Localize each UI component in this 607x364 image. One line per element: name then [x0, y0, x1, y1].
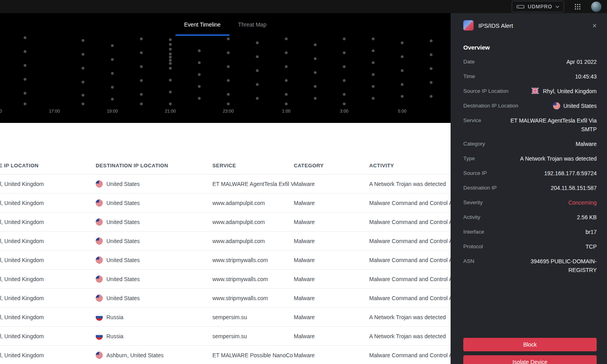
event-dot[interactable] [372, 61, 375, 64]
event-dot[interactable] [140, 52, 143, 54]
event-dot[interactable] [198, 97, 201, 100]
event-dot[interactable] [227, 52, 230, 54]
event-dot[interactable] [256, 42, 259, 44]
event-dot[interactable] [227, 103, 230, 105]
event-dot[interactable] [401, 42, 404, 44]
event-dot[interactable] [198, 73, 201, 76]
event-dot[interactable] [401, 69, 404, 72]
event-dot[interactable] [285, 52, 288, 54]
event-dot[interactable] [82, 39, 85, 42]
event-dot[interactable] [256, 83, 259, 86]
event-dot[interactable] [285, 65, 288, 68]
event-dot[interactable] [169, 67, 172, 70]
event-dot[interactable] [256, 69, 259, 72]
event-row[interactable]: Rhyl, United KingdomUnited Stateswww.str… [0, 251, 451, 270]
event-dot[interactable] [314, 71, 317, 74]
event-dot[interactable] [343, 38, 346, 40]
event-row[interactable]: Rhyl, United KingdomUnited Stateswww.str… [0, 270, 451, 289]
block-button[interactable]: Block [463, 338, 597, 351]
event-dot[interactable] [24, 50, 27, 53]
event-dot[interactable] [24, 78, 27, 81]
event-dot[interactable] [24, 64, 27, 67]
event-dot[interactable] [111, 44, 114, 47]
apps-grid-icon[interactable] [574, 4, 581, 10]
event-dot[interactable] [314, 97, 317, 100]
event-row[interactable]: Rhyl, United KingdomAshburn, United Stat… [0, 346, 451, 364]
event-dot[interactable] [430, 81, 433, 84]
event-dot[interactable] [140, 65, 143, 68]
event-dot[interactable] [198, 85, 201, 88]
event-dot[interactable] [314, 44, 317, 46]
console-selector[interactable]: UDMPRO [512, 1, 564, 12]
close-icon[interactable]: × [592, 22, 597, 29]
event-row[interactable]: Rhyl, United KingdomRussiasempersim.suMa… [0, 327, 451, 346]
event-dot[interactable] [256, 56, 259, 58]
event-dot[interactable] [169, 91, 172, 94]
event-dot[interactable] [372, 38, 375, 40]
event-dot[interactable] [430, 40, 433, 42]
event-dot[interactable] [285, 103, 288, 105]
tab-event-timeline[interactable]: Event Timeline [175, 13, 229, 36]
event-dot[interactable] [82, 81, 85, 84]
event-dot[interactable] [430, 95, 433, 98]
event-row[interactable]: Rhyl, United KingdomRussiasempersim.suMa… [0, 308, 451, 327]
event-dot[interactable] [227, 93, 230, 96]
event-dot[interactable] [169, 103, 172, 105]
event-dot[interactable] [82, 103, 85, 105]
event-dot[interactable] [401, 83, 404, 86]
event-row[interactable]: Rhyl, United KingdomUnited Stateswww.str… [0, 289, 451, 308]
event-dot[interactable] [169, 56, 172, 59]
event-dot[interactable] [169, 43, 172, 46]
event-dot[interactable] [430, 67, 433, 70]
event-dot[interactable] [227, 38, 230, 40]
event-row[interactable]: Rhyl, United KingdomUnited StatesET MALW… [0, 174, 451, 193]
event-dot[interactable] [169, 79, 172, 82]
event-dot[interactable] [285, 79, 288, 82]
event-dot[interactable] [140, 79, 143, 82]
event-dot[interactable] [140, 103, 143, 105]
event-dot[interactable] [343, 103, 346, 105]
event-dot[interactable] [24, 92, 27, 95]
tab-threat-map[interactable]: Threat Map [229, 13, 276, 36]
event-dot[interactable] [140, 93, 143, 96]
event-dot[interactable] [24, 36, 27, 39]
event-dot[interactable] [111, 72, 114, 75]
event-dot[interactable] [401, 56, 404, 58]
event-dot[interactable] [372, 73, 375, 76]
event-dot[interactable] [198, 50, 201, 52]
event-dot[interactable] [111, 86, 114, 89]
event-dot[interactable] [198, 61, 201, 64]
event-dot[interactable] [285, 93, 288, 96]
event-dot[interactable] [430, 54, 433, 56]
event-dot[interactable] [256, 97, 259, 100]
event-dot[interactable] [82, 67, 85, 70]
user-avatar[interactable] [591, 2, 601, 12]
event-dot[interactable] [111, 58, 114, 61]
event-dot[interactable] [169, 62, 172, 65]
event-dot[interactable] [401, 95, 404, 98]
event-dot[interactable] [227, 79, 230, 82]
event-dot[interactable] [111, 98, 114, 101]
event-row[interactable]: Rhyl, United KingdomUnited Stateswww.ada… [0, 213, 451, 232]
event-dot[interactable] [372, 97, 375, 100]
event-dot[interactable] [169, 38, 172, 41]
event-dot[interactable] [227, 65, 230, 68]
event-dot[interactable] [343, 93, 346, 96]
event-dot[interactable] [82, 94, 85, 97]
event-row[interactable]: Rhyl, United KingdomUnited Stateswww.ada… [0, 232, 451, 251]
event-dot[interactable] [372, 85, 375, 88]
event-dot[interactable] [140, 38, 143, 40]
event-dot[interactable] [169, 48, 172, 51]
event-dot[interactable] [169, 59, 172, 62]
isolate-device-button[interactable]: Isolate Device [463, 355, 597, 364]
event-dot[interactable] [343, 79, 346, 82]
event-dot[interactable] [343, 65, 346, 68]
event-dot[interactable] [285, 38, 288, 40]
event-dot[interactable] [169, 53, 172, 56]
event-row[interactable]: Rhyl, United KingdomUnited Stateswww.ada… [0, 193, 451, 213]
event-dot[interactable] [343, 52, 346, 54]
event-dot[interactable] [314, 57, 317, 60]
event-dot[interactable] [372, 50, 375, 52]
event-dot[interactable] [24, 103, 27, 105]
event-dot[interactable] [82, 53, 85, 56]
